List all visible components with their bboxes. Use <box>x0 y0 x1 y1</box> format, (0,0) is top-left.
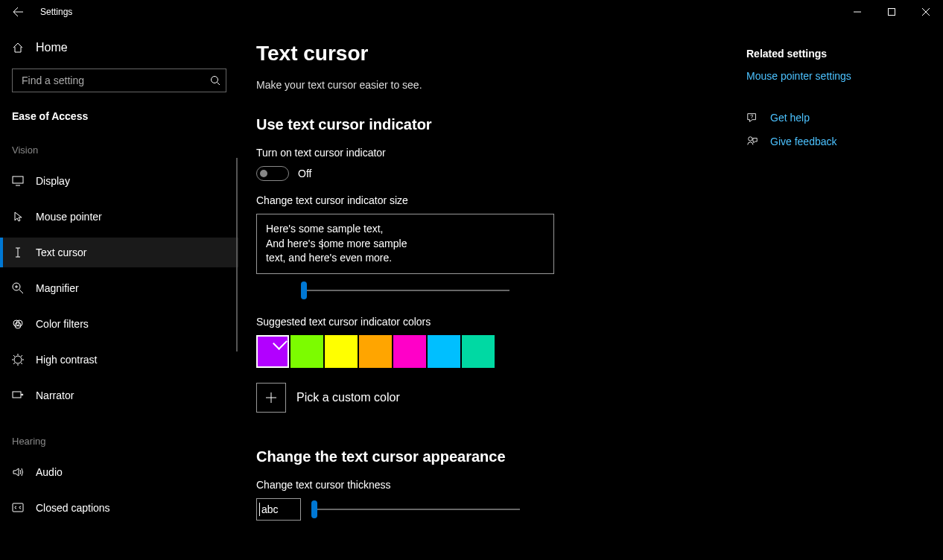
plus-icon <box>265 392 277 404</box>
section-heading-indicator: Use text cursor indicator <box>256 116 733 133</box>
color-swatch[interactable] <box>428 335 460 368</box>
maximize-button[interactable] <box>874 0 909 24</box>
home-label: Home <box>36 41 68 54</box>
sidebar-item-audio[interactable]: Audio <box>0 457 238 487</box>
sidebar-item-label: Mouse pointer <box>36 211 102 223</box>
color-swatch[interactable] <box>256 335 289 368</box>
svg-line-19 <box>21 363 22 364</box>
sidebar-item-magnifier[interactable]: Magnifier <box>0 273 238 303</box>
sidebar-item-label: Magnifier <box>36 282 79 294</box>
audio-icon <box>12 466 24 478</box>
slider-track <box>301 290 509 291</box>
search-input[interactable] <box>12 69 226 92</box>
sidebar-item-label: High contrast <box>36 354 97 366</box>
search-box <box>12 69 226 92</box>
toggle-field-label: Turn on text cursor indicator <box>256 147 733 159</box>
sidebar-item-mouse-pointer[interactable]: Mouse pointer <box>0 202 238 232</box>
related-heading: Related settings <box>746 48 851 60</box>
custom-color-label: Pick a custom color <box>296 391 400 404</box>
sidebar-item-label: Narrator <box>36 389 74 401</box>
sidebar-item-label: Color filters <box>36 318 89 330</box>
color-swatch[interactable] <box>359 335 392 368</box>
color-swatch[interactable] <box>325 335 358 368</box>
sidebar-item-label: Closed captions <box>36 502 110 514</box>
thickness-field-label: Change text cursor thickness <box>256 479 733 491</box>
category-header: Ease of Access <box>0 104 238 134</box>
give-feedback-link: Give feedback <box>770 136 837 147</box>
give-feedback-row[interactable]: Give feedback <box>746 136 851 147</box>
slider-thumb <box>311 500 317 518</box>
back-arrow-icon <box>12 6 24 18</box>
sample-text-box: Here's some sample text, And here's some… <box>256 214 554 274</box>
colors-field-label: Suggested text cursor indicator colors <box>256 316 733 328</box>
sidebar-item-color-filters[interactable]: Color filters <box>0 309 238 339</box>
sidebar-item-high-contrast[interactable]: High contrast <box>0 345 238 375</box>
get-help-row[interactable]: ? Get help <box>746 112 851 124</box>
svg-line-18 <box>13 355 15 357</box>
color-swatch[interactable] <box>462 335 495 368</box>
content-area: Text cursor Make your text cursor easier… <box>238 24 943 560</box>
svg-rect-23 <box>13 503 23 512</box>
section-vision: Vision <box>0 134 238 160</box>
sidebar-item-label: Display <box>36 175 70 187</box>
minimize-icon <box>854 8 861 16</box>
svg-point-2 <box>212 77 218 83</box>
sidebar-item-narrator[interactable]: Narrator <box>0 381 238 410</box>
thickness-slider[interactable] <box>311 500 520 518</box>
sample-line: Here's some sample text, <box>266 222 544 237</box>
indicator-toggle[interactable] <box>256 166 289 181</box>
custom-color-button[interactable] <box>256 383 286 413</box>
related-column: Related settings Mouse pointer settings … <box>746 42 851 560</box>
color-filters-icon <box>12 318 24 330</box>
sidebar-item-text-cursor[interactable]: Text cursor <box>0 238 238 267</box>
color-swatch[interactable] <box>393 335 426 368</box>
svg-rect-1 <box>889 9 895 16</box>
svg-line-3 <box>218 83 220 86</box>
title-bar: Settings <box>0 0 943 24</box>
minimize-button[interactable] <box>840 0 874 24</box>
section-heading-appearance: Change the text cursor appearance <box>256 448 733 465</box>
back-button[interactable] <box>0 0 36 24</box>
sidebar-item-label: Text cursor <box>36 246 86 258</box>
sample-line: And here's some more sample <box>266 237 544 252</box>
close-icon <box>922 8 930 16</box>
sample-line: text, and here's even more. <box>266 251 544 266</box>
svg-line-21 <box>21 355 22 357</box>
color-swatch[interactable] <box>290 335 323 368</box>
pointer-icon <box>12 211 24 223</box>
close-button[interactable] <box>909 0 943 24</box>
get-help-link: Get help <box>770 112 810 124</box>
feedback-icon <box>746 136 758 147</box>
text-cursor-icon <box>12 246 24 258</box>
home-nav[interactable]: Home <box>0 33 238 63</box>
narrator-icon <box>12 389 24 401</box>
section-hearing: Hearing <box>0 425 238 451</box>
sidebar-item-display[interactable]: Display <box>0 166 238 196</box>
window-title: Settings <box>40 7 72 17</box>
window-controls <box>840 0 943 24</box>
slider-track <box>311 509 520 510</box>
sidebar-item-label: Audio <box>36 466 63 478</box>
maximize-icon <box>888 8 895 16</box>
closed-captions-icon <box>12 502 24 514</box>
colors-row <box>256 335 733 368</box>
thickness-caret <box>259 503 260 516</box>
toggle-state-label: Off <box>298 168 311 179</box>
sidebar-item-closed-captions[interactable]: Closed captions <box>0 493 238 523</box>
search-icon <box>210 75 220 86</box>
display-icon <box>12 175 24 187</box>
related-link-mouse-pointer[interactable]: Mouse pointer settings <box>746 70 851 82</box>
thickness-preview: abc <box>256 498 301 521</box>
indicator-size-slider[interactable] <box>301 281 509 299</box>
thickness-preview-text: abc <box>261 503 279 515</box>
slider-thumb <box>301 281 307 299</box>
sample-caret <box>322 239 323 249</box>
svg-rect-22 <box>13 392 21 398</box>
svg-point-13 <box>14 356 22 363</box>
svg-text:?: ? <box>750 114 753 120</box>
toggle-knob <box>260 170 267 177</box>
size-field-label: Change text cursor indicator size <box>256 194 733 206</box>
sidebar-scrollbar[interactable] <box>236 158 238 351</box>
home-icon <box>12 42 24 54</box>
svg-line-20 <box>13 363 15 364</box>
